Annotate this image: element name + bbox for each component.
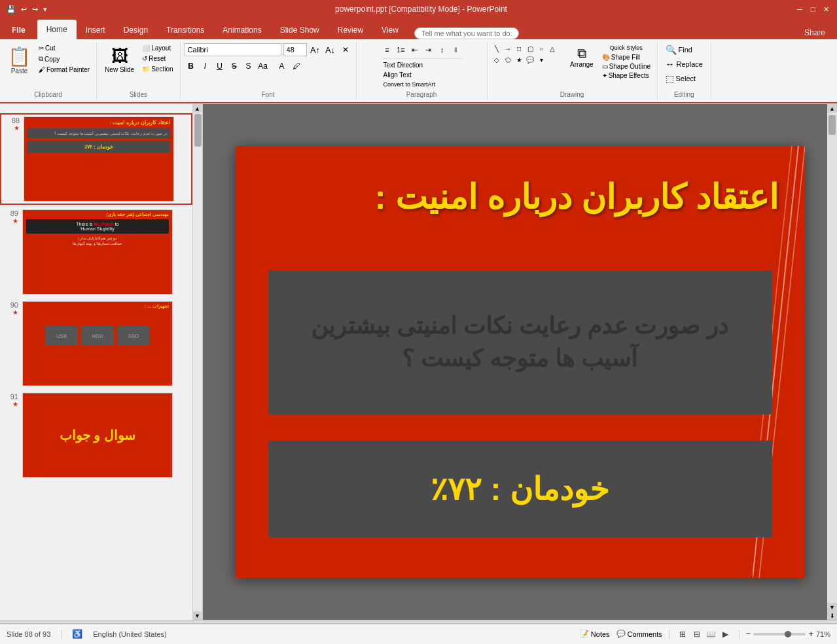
shape-triangle[interactable]: △ — [547, 43, 558, 54]
decrease-font-button[interactable]: A↓ — [324, 43, 337, 56]
increase-indent-button[interactable]: ⇥ — [422, 43, 435, 56]
italic-button[interactable]: I — [199, 60, 212, 73]
bullets-button[interactable]: ≡ — [381, 43, 394, 56]
shape-rect[interactable]: □ — [514, 43, 524, 54]
scroll-down-button[interactable]: ▼ — [193, 611, 202, 620]
bold-button[interactable]: B — [185, 60, 198, 73]
reset-button[interactable]: ↺ Reset — [139, 54, 175, 63]
clear-format-button[interactable]: ✕ — [339, 43, 352, 56]
font-case-button[interactable]: Aa — [257, 60, 270, 73]
new-slide-button[interactable]: 🖼 New Slide — [101, 43, 138, 76]
paste-button[interactable]: 📋 Paste — [4, 43, 35, 77]
tab-file[interactable]: File — [0, 21, 37, 39]
slide-thumb-90[interactable]: تجهیزات ... : USB HDD SSD — [22, 301, 173, 386]
text-highlight-button[interactable]: 🖊 — [290, 60, 303, 73]
reading-view-button[interactable]: 📖 — [705, 628, 718, 641]
shape-star[interactable]: ★ — [514, 54, 524, 65]
slideshow-button[interactable]: ▶ — [719, 628, 732, 641]
underline-button[interactable]: U — [213, 60, 226, 73]
slide-item-90[interactable]: 90 ★ تجهیزات ... : USB HDD SSD — [0, 299, 192, 388]
shape-fill-button[interactable]: 🎨 Shape Fill — [600, 53, 652, 62]
slide-thumb-88[interactable]: اعتقاد کاربران درباره امنیت : در صورت عد… — [24, 116, 174, 202]
replace-button[interactable]: ↔ Replace — [662, 58, 707, 71]
slide-canvas[interactable]: اعتقاد کاربران درباره امنیت : در صورت عد… — [236, 146, 805, 578]
layout-button[interactable]: ⬜ Layout — [139, 43, 175, 53]
close-button[interactable]: ✕ — [820, 4, 832, 14]
format-painter-button[interactable]: 🖌 Format Painter — [36, 65, 92, 75]
help-search-input[interactable] — [414, 27, 519, 39]
arrange-button[interactable]: ⧉ Arrange — [566, 43, 597, 80]
redo-button[interactable]: ↪ — [31, 5, 39, 14]
shape-diamond[interactable]: ◇ — [491, 54, 502, 65]
scroll-up-button[interactable]: ▲ — [193, 104, 202, 113]
font-size-input[interactable] — [283, 43, 307, 56]
tab-animations[interactable]: Animations — [213, 21, 270, 39]
notes-button[interactable]: 📝 Notes — [580, 630, 610, 638]
font-color-button[interactable]: A — [276, 60, 289, 73]
undo-button[interactable]: ↩ — [20, 5, 28, 14]
section-button[interactable]: 📁 Section — [139, 64, 175, 74]
shape-more[interactable]: ▾ — [536, 54, 546, 65]
slide-thumb-91[interactable]: سوال و جواب — [22, 393, 173, 478]
tab-design[interactable]: Design — [115, 21, 157, 39]
text-direction-button[interactable]: Text Direction — [381, 60, 463, 70]
customize-qa-button[interactable]: ▾ — [42, 5, 48, 14]
tab-insert[interactable]: Insert — [77, 21, 115, 39]
copy-button[interactable]: ⧉ Copy — [36, 54, 92, 64]
signin-button[interactable]: Sign in — [759, 27, 794, 39]
tab-review[interactable]: Review — [329, 21, 372, 39]
tab-home[interactable]: Home — [37, 20, 77, 39]
tab-slideshow[interactable]: Slide Show — [271, 21, 329, 39]
find-button[interactable]: 🔍 Find — [662, 43, 707, 56]
slide-item-89[interactable]: 89 ★ مهندسی اجتماعی (هنر حقه بازی) There… — [0, 207, 192, 296]
increase-font-button[interactable]: A↑ — [309, 43, 322, 56]
canvas-right-scrollbar[interactable]: ▲ ▼ ⬇ — [827, 104, 837, 620]
slide-item-88[interactable]: 88 ★ اعتقاد کاربران درباره امنیت : در صو… — [0, 113, 192, 205]
slide-thumb-89[interactable]: مهندسی اجتماعی (هنر حقه بازی) There is N… — [22, 209, 173, 295]
shadow-button[interactable]: S — [242, 60, 255, 73]
maximize-button[interactable]: □ — [807, 4, 819, 14]
select-button[interactable]: ⬚ Select — [662, 72, 707, 85]
save-button[interactable]: 💾 — [5, 5, 17, 14]
slide-box2[interactable]: خودمان : ۷۲٪ — [268, 440, 772, 537]
shape-line[interactable]: ╲ — [491, 43, 502, 54]
zoom-level[interactable]: 71% — [816, 630, 830, 638]
shape-pentagon[interactable]: ⬠ — [503, 54, 513, 65]
decrease-indent-button[interactable]: ⇤ — [408, 43, 421, 56]
cut-button[interactable]: ✂ Cut — [36, 43, 92, 53]
quick-styles-button[interactable]: Quick Styles — [600, 43, 652, 52]
convert-smartart-button[interactable]: Convert to SmartArt — [381, 80, 463, 89]
slides-scrollbar[interactable]: ▲ ▼ — [193, 104, 203, 620]
shape-effects-button[interactable]: ✦ Shape Effects — [600, 71, 652, 80]
slide-item-91[interactable]: 91 ★ سوال و جواب — [0, 391, 192, 480]
zoom-in-button[interactable]: + — [808, 629, 813, 639]
scroll-thumb[interactable] — [194, 114, 202, 147]
tab-transitions[interactable]: Transitions — [157, 21, 213, 39]
shape-rounded-rect[interactable]: ▢ — [525, 43, 535, 54]
zoom-thumb[interactable] — [785, 631, 791, 637]
numbering-button[interactable]: 1≡ — [395, 43, 408, 56]
columns-button[interactable]: ⫴ — [450, 43, 463, 56]
zoom-out-button[interactable]: − — [746, 629, 751, 639]
canvas-scroll-bottom[interactable]: ⬇ — [827, 611, 837, 620]
slide-box1[interactable]: در صورت عدم رعایت نکات امنیتی بیشترین آس… — [268, 270, 772, 414]
slide-sorter-button[interactable]: ⊟ — [690, 628, 703, 641]
canvas-scroll-up[interactable]: ▲ — [827, 104, 837, 113]
shape-oval[interactable]: ○ — [536, 43, 546, 54]
minimize-button[interactable]: ─ — [794, 4, 806, 14]
language-status[interactable]: English (United States) — [93, 630, 167, 638]
zoom-slider[interactable] — [753, 633, 806, 635]
normal-view-button[interactable]: ⊞ — [676, 628, 689, 641]
canvas-scroll-down[interactable]: ▼ — [827, 603, 837, 611]
shape-outline-button[interactable]: ▭ Shape Outline — [600, 62, 652, 71]
font-name-input[interactable] — [185, 43, 281, 56]
share-button[interactable]: Share — [798, 26, 832, 39]
line-spacing-button[interactable]: ↕ — [436, 43, 449, 56]
shape-callout[interactable]: 💬 — [525, 54, 535, 65]
tab-view[interactable]: View — [372, 21, 408, 39]
strikethrough-button[interactable]: S̶ — [228, 60, 241, 73]
align-text-button[interactable]: Align Text — [381, 70, 463, 80]
comments-button[interactable]: 💬 Comments — [616, 630, 662, 638]
canvas-scroll-thumb[interactable] — [828, 115, 836, 135]
shape-arrow[interactable]: → — [503, 43, 513, 54]
